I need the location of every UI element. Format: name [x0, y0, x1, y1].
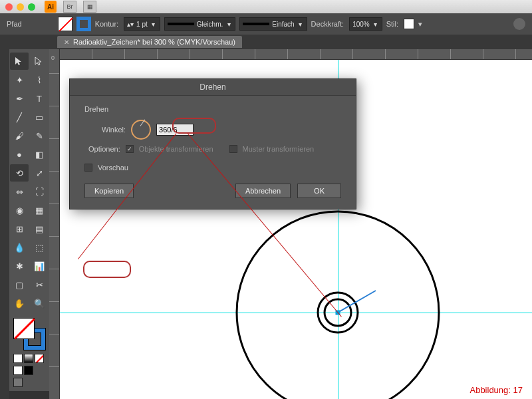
- copy-button[interactable]: Kopieren: [84, 184, 134, 198]
- paintbrush-tool[interactable]: 🖌: [10, 127, 29, 144]
- document-tab-title: Radioaktiv_Zeichen* bei 300 % (CMYK/Vors…: [73, 38, 235, 46]
- ruler-vertical[interactable]: 0: [49, 49, 60, 399]
- brush-select[interactable]: Einfach▾: [239, 17, 307, 31]
- stroke-profile-select[interactable]: Gleichm.▾: [164, 17, 235, 31]
- width-tool[interactable]: ⇔: [10, 183, 29, 200]
- close-tab-icon[interactable]: ✕: [64, 39, 69, 46]
- ok-button[interactable]: OK: [297, 184, 341, 198]
- fill-swatch[interactable]: [58, 17, 72, 31]
- preview-checkbox[interactable]: [84, 164, 92, 172]
- panel-collapse-strip[interactable]: [0, 49, 9, 399]
- stroke-swatch[interactable]: [76, 17, 91, 31]
- transform-objects-checkbox[interactable]: ✓: [126, 145, 134, 153]
- blob-brush-tool[interactable]: ●: [10, 146, 29, 163]
- symbol-sprayer-tool[interactable]: ✱: [10, 257, 29, 275]
- bridge-button[interactable]: Br: [63, 1, 76, 13]
- slice-tool[interactable]: ✂: [30, 276, 49, 293]
- ruler-origin: 0: [51, 55, 55, 61]
- preview-label: Vorschau: [98, 164, 128, 172]
- stroke-profile-label: Gleichm.: [197, 21, 223, 28]
- transform-patterns-label: Muster transformieren: [243, 145, 315, 153]
- minimize-window-button[interactable]: [17, 3, 24, 11]
- gradient-mode-button[interactable]: [24, 354, 33, 363]
- eyedropper-tool[interactable]: 💧: [10, 239, 29, 256]
- brush-label: Einfach: [272, 21, 294, 28]
- style-dropdown-icon[interactable]: ▾: [418, 20, 422, 29]
- magic-wand-tool[interactable]: ✦: [10, 71, 29, 88]
- close-window-button[interactable]: [5, 3, 13, 11]
- dialog-title: Drehen: [70, 79, 356, 96]
- artboard-tool[interactable]: ▢: [10, 276, 29, 293]
- transform-objects-label: Objekte transformieren: [139, 145, 213, 153]
- shape-builder-tool[interactable]: ◉: [10, 201, 29, 219]
- opacity-value: 100%: [352, 21, 370, 28]
- toolbox-bottom: [9, 313, 49, 391]
- transform-patterns-checkbox[interactable]: [229, 145, 237, 153]
- mesh-tool[interactable]: ⊞: [10, 220, 29, 237]
- stroke-label: Kontur:: [95, 20, 118, 28]
- rotation-center-anchor[interactable]: [336, 311, 340, 315]
- rectangle-tool[interactable]: ▭: [30, 108, 49, 126]
- perspective-tool[interactable]: ▦: [30, 201, 49, 219]
- fill-color-icon[interactable]: [13, 318, 35, 339]
- direct-selection-tool[interactable]: [30, 53, 49, 70]
- hand-tool[interactable]: ✋: [10, 295, 29, 312]
- ruler-horizontal[interactable]: [60, 49, 532, 60]
- zoom-tool[interactable]: 🔍: [30, 295, 49, 312]
- app-icon: Ai: [45, 1, 57, 13]
- angle-label: Winkel:: [102, 126, 126, 134]
- eraser-tool[interactable]: ◧: [30, 146, 49, 163]
- screen-mode-full[interactable]: [24, 366, 33, 375]
- svg-line-3: [338, 291, 376, 313]
- rotate-dialog: Drehen Drehen Winkel: Optionen: ✓ Objekt…: [69, 78, 356, 209]
- control-bar: Pfad Kontur: ▴▾1 pt▾ Gleichm.▾ Einfach▾ …: [0, 13, 532, 35]
- stroke-weight-value: 1 pt: [136, 21, 148, 28]
- rotate-tool[interactable]: ⟲: [10, 164, 29, 182]
- gradient-tool[interactable]: ▤: [30, 220, 49, 237]
- draw-mode-button[interactable]: [13, 378, 23, 387]
- free-transform-tool[interactable]: ⛶: [30, 183, 49, 200]
- options-label: Optionen:: [88, 145, 120, 153]
- zoom-window-button[interactable]: [28, 3, 35, 11]
- blend-tool[interactable]: ⬚: [30, 239, 49, 256]
- document-tabbar: ✕ Radioaktiv_Zeichen* bei 300 % (CMYK/Vo…: [0, 35, 532, 49]
- lasso-tool[interactable]: ⌇: [30, 71, 49, 88]
- line-tool[interactable]: ╱: [10, 108, 29, 126]
- none-mode-button[interactable]: [35, 354, 44, 363]
- angle-dial[interactable]: [131, 120, 151, 140]
- document-tab[interactable]: ✕ Radioaktiv_Zeichen* bei 300 % (CMYK/Vo…: [57, 36, 242, 48]
- dialog-section-label: Drehen: [84, 105, 341, 113]
- graph-tool[interactable]: 📊: [30, 257, 49, 275]
- cancel-button[interactable]: Abbrechen: [235, 184, 291, 198]
- fill-stroke-widget[interactable]: [13, 318, 45, 350]
- mac-titlebar: Ai Br ▦: [0, 0, 532, 13]
- toolbox: ✦ ⌇ ✒ T ╱ ▭ 🖌 ✎ ● ◧ ⟲ ⤢ ⇔ ⛶ ◉ ▦ ⊞ ▤ 💧 ⬚ …: [9, 49, 49, 313]
- scale-tool[interactable]: ⤢: [30, 164, 49, 182]
- opacity-label: Deckkraft:: [311, 20, 344, 28]
- type-tool[interactable]: T: [30, 90, 49, 107]
- panel-menu-icon[interactable]: [513, 18, 525, 30]
- style-label: Stil:: [386, 20, 398, 28]
- opacity-select[interactable]: 100%▾: [349, 17, 382, 31]
- arrange-docs-button[interactable]: ▦: [83, 1, 96, 13]
- figure-caption: Abbildung: 17: [469, 385, 523, 395]
- style-swatch[interactable]: [404, 19, 414, 29]
- color-mode-button[interactable]: [13, 354, 23, 363]
- pencil-tool[interactable]: ✎: [30, 127, 49, 144]
- pen-tool[interactable]: ✒: [10, 90, 29, 107]
- stroke-weight-select[interactable]: ▴▾1 pt▾: [124, 17, 160, 31]
- selection-type-label: Pfad: [7, 20, 22, 28]
- angle-input[interactable]: [156, 124, 194, 136]
- selection-tool[interactable]: [10, 53, 29, 70]
- screen-mode-normal[interactable]: [13, 366, 23, 375]
